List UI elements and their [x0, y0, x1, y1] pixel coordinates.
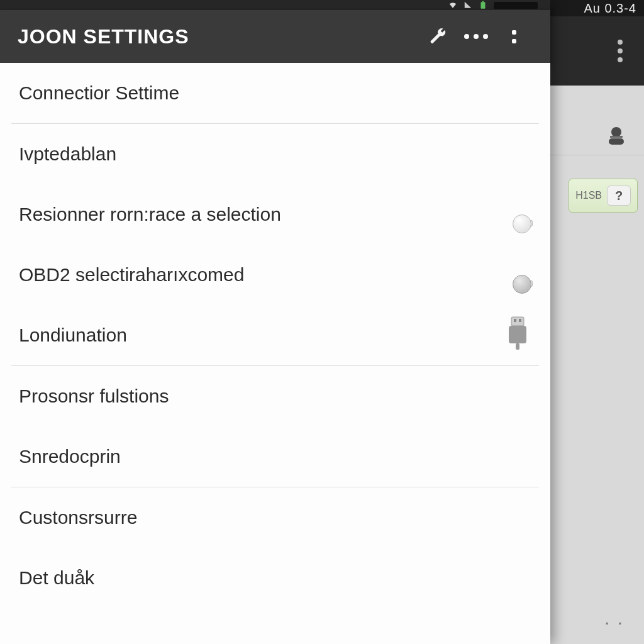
row-label: Prosonsr fulstions	[19, 386, 535, 407]
row-label: Resionner rorn:race a selection	[19, 204, 531, 225]
settings-panel: JOON SETTINGS Connectior Settime Ivpteda…	[0, 0, 550, 644]
svg-rect-5	[511, 317, 524, 326]
row-snredocprin[interactable]: Snredocprin	[0, 426, 550, 487]
svg-rect-4	[482, 1, 484, 3]
row-ivptedablan[interactable]: Ivptedablan	[0, 124, 550, 184]
help-chip[interactable]: H1SB ?	[569, 179, 638, 213]
overflow-menu-icon[interactable]	[618, 40, 623, 45]
help-chip-label: H1SB	[575, 190, 602, 201]
ellipsis-icon: . .	[604, 608, 624, 629]
row-label: Snredocprin	[19, 446, 535, 467]
wrench-icon	[429, 27, 448, 46]
row-label: Londiunation	[19, 325, 504, 346]
svg-rect-8	[509, 326, 526, 343]
row-connector-settings[interactable]: Connectior Settime	[0, 63, 550, 123]
profile-icon	[604, 123, 629, 148]
more-horizontal-button[interactable]	[457, 34, 495, 39]
wrench-button[interactable]	[419, 27, 457, 46]
row-custonsrsurre[interactable]: Custonsrsurre	[0, 487, 550, 548]
svg-rect-9	[516, 343, 519, 350]
svg-rect-6	[514, 319, 516, 322]
usb-plug-icon	[504, 316, 531, 355]
signal-icon	[464, 1, 472, 9]
svg-rect-1	[609, 138, 624, 145]
page-title: JOON SETTINGS	[18, 25, 189, 48]
more-vertical-icon	[512, 30, 516, 43]
row-label: OBD2 selectiraharıxcomed	[19, 264, 531, 286]
overflow-button[interactable]	[495, 30, 533, 43]
wifi-icon	[448, 1, 457, 9]
row-prosonsr-functions[interactable]: Prosonsr fulstions	[0, 366, 550, 426]
row-londiunation[interactable]: Londiunation	[0, 305, 550, 365]
bg-status-text: Au 0.3-4	[584, 1, 636, 16]
svg-point-0	[611, 127, 621, 137]
statusbar	[0, 0, 550, 10]
settings-list: Connectior Settime Ivptedablan Resionner…	[0, 63, 550, 644]
row-label: Ivptedablan	[19, 143, 535, 165]
help-question-icon: ?	[607, 186, 631, 206]
row-det-duak[interactable]: Det duåk	[0, 548, 550, 608]
svg-rect-7	[519, 319, 521, 322]
row-label: Custonsrsurre	[19, 507, 535, 528]
row-label: Det duåk	[19, 567, 535, 589]
row-label: Connectior Settime	[19, 82, 535, 104]
svg-rect-2	[610, 136, 623, 138]
status-pill	[494, 2, 538, 9]
row-obd2-select[interactable]: OBD2 selectiraharıxcomed	[0, 245, 550, 305]
appbar: JOON SETTINGS	[0, 10, 550, 63]
svg-rect-3	[481, 2, 486, 9]
battery-icon	[479, 1, 487, 9]
more-horizontal-icon	[464, 34, 488, 39]
row-resionner-selection[interactable]: Resionner rorn:race a selection	[0, 184, 550, 245]
